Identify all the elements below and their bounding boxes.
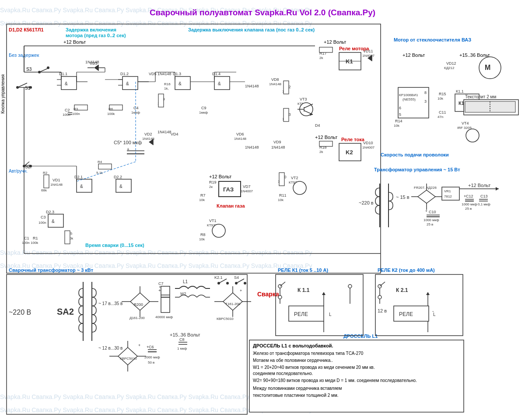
svg-text:C10: C10 xyxy=(429,210,436,214)
svg-text:C11: C11 xyxy=(439,110,446,115)
svg-text:7812: 7812 xyxy=(444,194,452,198)
svg-text:РЕЛЕ К2 (ток до 400 мА): РЕЛЕ К2 (ток до 400 мА) xyxy=(378,267,435,273)
svg-text:100n: 100n xyxy=(22,241,30,245)
svg-line-320 xyxy=(280,282,285,286)
svg-text:1N4148: 1N4148 xyxy=(245,84,259,88)
svg-text:100k: 100k xyxy=(31,241,38,245)
svg-text:&: & xyxy=(119,184,122,189)
svg-text:8: 8 xyxy=(424,90,427,95)
svg-text:+12 Вольт: +12 Вольт xyxy=(468,183,490,188)
svg-text:2k: 2k xyxy=(319,56,323,60)
svg-text:C4: C4 xyxy=(133,106,139,110)
svg-text:~220 В: ~220 В xyxy=(9,309,31,316)
svg-text:1000 мкф: 1000 мкф xyxy=(462,202,477,206)
svg-text:S4: S4 xyxy=(234,275,239,280)
svg-text:РЕЛЕ: РЕЛЕ xyxy=(399,311,413,317)
svg-text:~ 17 в...35 в: ~ 17 в...35 в xyxy=(98,301,122,306)
svg-text:40000 мкф: 40000 мкф xyxy=(155,315,173,319)
svg-text:ДРОССЕЛЬ L1 с вольтодобавкой.: ДРОССЕЛЬ L1 с вольтодобавкой. xyxy=(253,343,333,348)
svg-text:+12 Вольт: +12 Вольт xyxy=(315,135,337,140)
svg-rect-104 xyxy=(48,214,63,227)
svg-text:100n: 100n xyxy=(72,112,80,116)
svg-text:C8: C8 xyxy=(179,337,185,342)
svg-text:K2: K2 xyxy=(346,149,353,156)
svg-text:1N4148: 1N4148 xyxy=(245,145,259,149)
svg-text:T161-200: T161-200 xyxy=(225,302,241,306)
svg-text:+: + xyxy=(425,209,427,213)
svg-rect-365 xyxy=(65,231,70,244)
svg-text:D2.1: D2.1 xyxy=(74,175,83,179)
svg-text:50 в: 50 в xyxy=(148,361,154,364)
svg-text:VR1: VR1 xyxy=(444,189,451,193)
svg-text:0,1 мкф: 0,1 мкф xyxy=(478,202,490,206)
svg-text:РЕЛЕ К1 (ток 5 ..10 А): РЕЛЕ К1 (ток 5 ..10 А) xyxy=(278,267,328,273)
svg-text:1N4007: 1N4007 xyxy=(362,54,375,58)
svg-rect-137 xyxy=(284,81,289,94)
svg-text:VD12: VD12 xyxy=(446,61,456,66)
svg-text:+15..36 Вольт: +15..36 Вольт xyxy=(459,52,490,58)
svg-text:R19: R19 xyxy=(209,180,217,184)
svg-text:L1: L1 xyxy=(183,279,188,284)
svg-marker-340 xyxy=(426,292,430,295)
svg-text:W2= 90+90=180 витков провода и: W2= 90+90=180 витков провода из меди D =… xyxy=(253,378,417,383)
svg-text:R15: R15 xyxy=(439,92,446,96)
svg-rect-93 xyxy=(44,175,49,188)
svg-text:К 1.1: К 1.1 xyxy=(298,287,310,293)
svg-text:L: L xyxy=(433,312,436,317)
svg-text:&: & xyxy=(178,81,182,86)
svg-text:M: M xyxy=(485,64,490,71)
svg-text:L: L xyxy=(329,312,332,317)
svg-text:+12 Вольт: +12 Вольт xyxy=(63,39,86,45)
svg-text:D1.2: D1.2 xyxy=(120,72,129,76)
svg-text:VT3: VT3 xyxy=(300,97,307,101)
svg-text:Трансформатор управления ~ 15 : Трансформатор управления ~ 15 Вт xyxy=(374,167,460,172)
svg-text:соединяем последовательно.: соединяем последовательно. xyxy=(253,371,313,376)
svg-text:C13: C13 xyxy=(480,194,488,198)
svg-text:&: & xyxy=(218,81,221,86)
svg-text:1N4148: 1N4148 xyxy=(234,137,247,141)
svg-text:Реле мотора: Реле мотора xyxy=(339,46,369,51)
svg-text:1k,: 1k, xyxy=(164,87,169,90)
svg-text:R3: R3 xyxy=(74,107,78,111)
svg-text:C3: C3 xyxy=(41,215,46,219)
svg-text:Мотор от стеклоочистителя ВАЗ: Мотор от стеклоочистителя ВАЗ xyxy=(394,37,471,42)
svg-marker-31 xyxy=(94,65,98,71)
svg-text:100k: 100k xyxy=(107,112,115,116)
svg-text:Текстолит 2 мм: Текстолит 2 мм xyxy=(465,94,496,99)
svg-text:IRF 3205: IRF 3205 xyxy=(457,126,472,130)
svg-text:Мотаем на обе половинки сердеч: Мотаем на обе половинки сердечника.. xyxy=(253,358,333,363)
svg-text:R8: R8 xyxy=(200,233,206,237)
svg-text:1N4007: 1N4007 xyxy=(241,189,253,193)
svg-text:S1: S1 xyxy=(25,86,31,90)
svg-text:10k: 10k xyxy=(394,124,400,128)
svg-text:КВРС5010: КВРС5010 xyxy=(217,317,234,321)
svg-text:VT4: VT4 xyxy=(462,121,469,125)
svg-text:&: & xyxy=(126,81,129,86)
svg-marker-217 xyxy=(496,187,499,191)
svg-text:R6: R6 xyxy=(108,107,113,111)
svg-rect-118 xyxy=(319,47,332,52)
svg-text:6: 6 xyxy=(399,106,401,110)
svg-text:+15..36 Вольт: +15..36 Вольт xyxy=(170,332,200,337)
svg-text:Задержка выключения клапана га: Задержка выключения клапана газа (пос га… xyxy=(188,27,315,32)
svg-text:Время сварки (0...15 сек): Время сварки (0...15 сек) xyxy=(85,243,144,248)
svg-line-336 xyxy=(380,282,385,286)
svg-text:D4: D4 xyxy=(315,123,320,128)
svg-text:+: + xyxy=(147,345,149,349)
svg-text:1N4148: 1N4148 xyxy=(50,183,63,187)
svg-text:FR207, КД226: FR207, КД226 xyxy=(414,186,437,190)
svg-point-153 xyxy=(293,181,306,194)
svg-text:K2.1: K2.1 xyxy=(214,275,223,280)
svg-text:Задержка включения: Задержка включения xyxy=(66,27,116,32)
svg-text:+: + xyxy=(127,147,130,152)
svg-text:R14: R14 xyxy=(395,119,402,123)
svg-text:К 2.1: К 2.1 xyxy=(396,287,408,293)
svg-rect-35 xyxy=(61,76,77,90)
svg-text:КР1006ВИ1: КР1006ВИ1 xyxy=(399,93,418,97)
svg-text:1N4148: 1N4148 xyxy=(85,60,99,64)
svg-text:R11: R11 xyxy=(279,193,287,198)
svg-text:C12: C12 xyxy=(466,194,473,198)
svg-text:Скорость подачи проволоки: Скорость подачи проволоки xyxy=(381,152,449,157)
svg-marker-269 xyxy=(223,293,242,310)
svg-line-15 xyxy=(39,69,47,72)
